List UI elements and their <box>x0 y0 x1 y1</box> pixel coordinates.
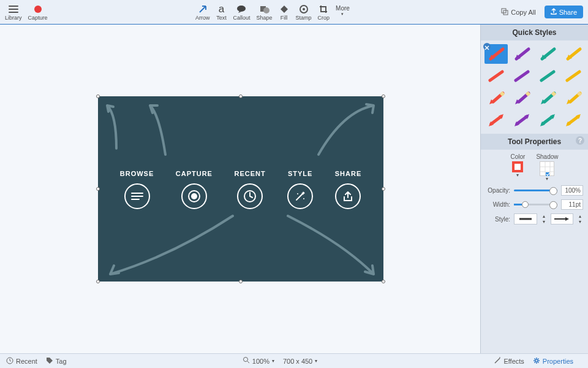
statusbar: Recent Tag 100%▾ 700 x 450▾ Effects Prop… <box>0 353 588 368</box>
width-value[interactable]: 11pt <box>561 199 583 210</box>
chevron-down-icon: ▾ <box>341 12 344 17</box>
color-label: Color <box>510 153 525 160</box>
tool-properties-header: Tool Properties? <box>481 134 588 150</box>
callout-icon <box>236 4 247 15</box>
resize-handle[interactable] <box>382 187 385 191</box>
capture-button[interactable]: Capture <box>28 4 48 21</box>
canvas-items: BROWSE CAPTURE RECENT STYLE SHARE <box>98 170 383 209</box>
style-swatch-11[interactable] <box>562 88 585 108</box>
resize-handle[interactable] <box>239 280 243 283</box>
svg-point-0 <box>34 6 42 13</box>
toolbar-left: Library Capture <box>5 4 48 21</box>
crop-icon <box>318 4 329 15</box>
shadow-picker[interactable] <box>540 161 554 176</box>
close-icon[interactable] <box>483 43 491 50</box>
effects-button[interactable]: Effects <box>494 357 524 366</box>
svg-point-22 <box>535 359 538 362</box>
style-swatch-14[interactable] <box>536 110 559 130</box>
main-area: BROWSE CAPTURE RECENT STYLE SHARE Quick … <box>0 25 588 353</box>
line-style-select[interactable] <box>514 213 537 224</box>
copy-icon <box>501 8 508 17</box>
share-icon <box>551 8 557 16</box>
crop-tool[interactable]: Crop <box>318 4 330 21</box>
canvas-content[interactable]: BROWSE CAPTURE RECENT STYLE SHARE <box>98 96 383 282</box>
end-style-select[interactable] <box>551 213 574 224</box>
opacity-label: Opacity: <box>486 187 510 194</box>
side-panel: Quick Styles Tool Properties? Color ▾ Sh… <box>480 25 588 353</box>
chevron-down-icon[interactable]: ▾ <box>510 172 525 178</box>
text-tool[interactable]: aText <box>216 4 227 21</box>
resize-handle[interactable] <box>239 94 243 98</box>
shadow-label: Shadow <box>536 153 558 160</box>
style-swatch-13[interactable] <box>510 110 533 130</box>
style-swatch-5[interactable] <box>510 66 533 86</box>
callout-tool[interactable]: Callout <box>233 4 250 21</box>
stepper-icon[interactable]: ▴▾ <box>541 213 547 224</box>
browse-icon <box>124 183 150 209</box>
arrow-tool[interactable]: Arrow <box>195 4 210 21</box>
tag-icon <box>46 357 53 366</box>
chevron-down-icon: ▾ <box>315 358 317 364</box>
record-icon <box>32 4 43 15</box>
canvas-area[interactable]: BROWSE CAPTURE RECENT STYLE SHARE <box>0 25 480 353</box>
svg-point-21 <box>243 358 247 362</box>
svg-point-3 <box>263 7 270 13</box>
style-swatch-8[interactable] <box>484 88 508 108</box>
style-swatch-2[interactable] <box>536 44 559 64</box>
share-button[interactable]: Share <box>545 6 583 18</box>
library-label: Library <box>5 15 22 21</box>
width-slider[interactable] <box>514 204 557 205</box>
fill-icon <box>279 4 290 15</box>
opacity-slider[interactable] <box>514 190 557 191</box>
canvas-item-browse: BROWSE <box>120 170 154 209</box>
copy-all-button[interactable]: Copy All <box>497 6 539 18</box>
resize-handle[interactable] <box>96 94 100 98</box>
toolbar-right: Copy All Share <box>497 6 583 18</box>
chevron-down-icon: ▾ <box>272 358 274 364</box>
style-swatch-0[interactable] <box>484 44 508 64</box>
properties-button[interactable]: Properties <box>533 357 573 366</box>
style-label: Style: <box>486 216 510 223</box>
style-swatch-1[interactable] <box>510 44 533 64</box>
dimensions-display[interactable]: 700 x 450▾ <box>283 358 317 365</box>
shape-tool[interactable]: Shape <box>257 4 273 21</box>
more-menu[interactable]: More▾ <box>336 4 350 21</box>
wand-icon <box>287 183 313 209</box>
quick-styles-header: Quick Styles <box>481 25 588 40</box>
resize-handle[interactable] <box>96 187 100 191</box>
fill-tool[interactable]: Fill <box>279 4 290 21</box>
stamp-icon <box>298 4 309 15</box>
gear-icon <box>533 357 540 366</box>
style-swatch-6[interactable] <box>536 66 559 86</box>
quick-styles-grid <box>481 40 588 134</box>
chevron-down-icon[interactable]: ▾ <box>536 176 558 182</box>
svg-point-11 <box>297 193 298 194</box>
toolbar: Library Capture Arrow aText Callout Shap… <box>0 0 588 25</box>
effects-icon <box>494 357 501 366</box>
library-button[interactable]: Library <box>5 4 22 21</box>
resize-handle[interactable] <box>96 280 100 283</box>
stamp-tool[interactable]: Stamp <box>296 4 312 21</box>
recent-button[interactable]: Recent <box>6 357 37 366</box>
hamburger-icon <box>8 4 19 15</box>
style-swatch-4[interactable] <box>484 66 508 86</box>
tag-button[interactable]: Tag <box>46 357 67 366</box>
style-swatch-9[interactable] <box>510 88 533 108</box>
svg-point-12 <box>303 198 304 199</box>
opacity-value[interactable]: 100% <box>561 185 583 196</box>
resize-handle[interactable] <box>382 280 385 283</box>
arrow-icon <box>197 4 208 15</box>
clock-icon <box>6 357 13 366</box>
style-swatch-7[interactable] <box>562 66 585 86</box>
style-swatch-10[interactable] <box>536 88 559 108</box>
svg-point-5 <box>303 8 305 10</box>
width-label: Width: <box>486 201 510 208</box>
style-swatch-15[interactable] <box>562 110 585 130</box>
stepper-icon[interactable]: ▴▾ <box>577 213 583 224</box>
resize-handle[interactable] <box>382 94 385 98</box>
style-swatch-3[interactable] <box>562 44 585 64</box>
color-picker[interactable] <box>512 161 523 172</box>
zoom-control[interactable]: 100%▾ <box>243 357 274 365</box>
style-swatch-12[interactable] <box>484 110 508 130</box>
help-button[interactable]: ? <box>576 136 584 145</box>
